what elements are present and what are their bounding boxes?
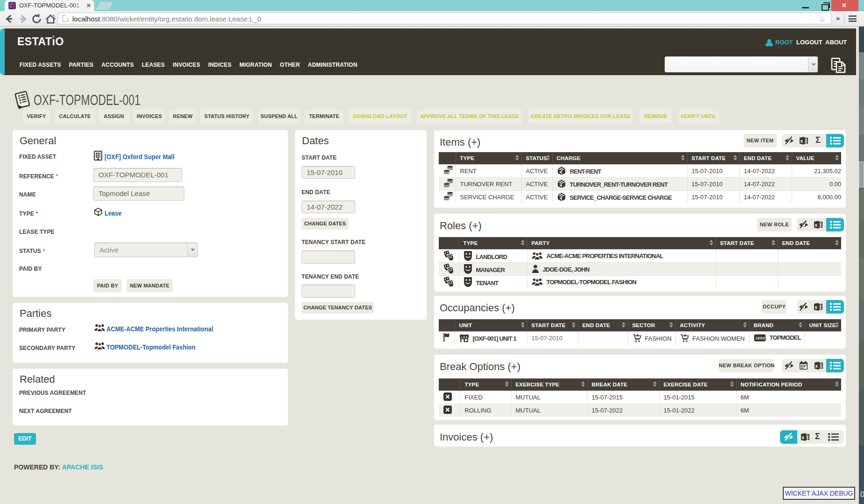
svg-text:x: x	[802, 435, 805, 440]
svg-text:LEGO: LEGO	[756, 336, 765, 340]
svg-text:x: x	[801, 139, 803, 144]
svg-text:x: x	[815, 223, 818, 228]
svg-text:x: x	[815, 364, 818, 369]
svg-text:x: x	[815, 305, 818, 310]
